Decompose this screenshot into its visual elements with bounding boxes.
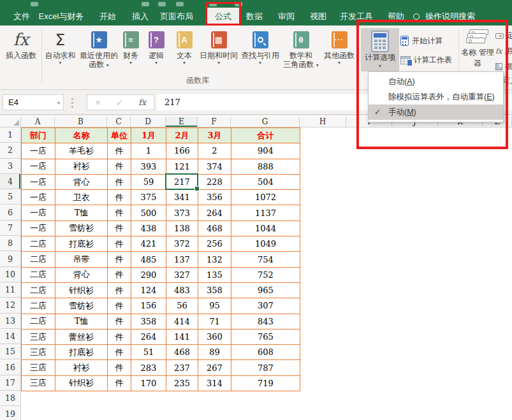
cell[interactable]: 一店 (22, 143, 55, 159)
header-cell[interactable]: 部门 (22, 128, 55, 143)
column-header-E[interactable]: E (166, 117, 198, 127)
cell[interactable]: 件 (108, 267, 131, 282)
tab-页面布局[interactable]: 页面布局 (152, 8, 201, 25)
logical-button[interactable]: ? 逻辑 ▾ (143, 28, 170, 73)
row-header-3[interactable]: 3 (0, 159, 21, 174)
cell[interactable]: 2 (198, 143, 231, 159)
cell[interactable]: 754 (231, 252, 300, 267)
column-header-G[interactable]: G (231, 117, 300, 127)
insert-function-fx-icon[interactable]: fx (138, 98, 146, 107)
cell[interactable]: 307 (231, 298, 300, 314)
header-cell[interactable]: 3月 (198, 128, 231, 143)
tab-视图[interactable]: 视图 (302, 8, 334, 25)
cell[interactable]: 打底衫 (55, 345, 108, 360)
cell[interactable]: 件 (108, 282, 131, 298)
cell[interactable]: 雪纺衫 (55, 221, 108, 236)
quick-access-icon[interactable] (142, 2, 149, 6)
cell[interactable]: 雪纺衫 (55, 298, 108, 314)
quick-access-icon[interactable] (176, 2, 184, 6)
cell[interactable]: 三店 (22, 345, 55, 360)
name-box[interactable]: E4 ▾ (3, 94, 64, 110)
cell[interactable]: 89 (198, 345, 231, 360)
tab-审阅[interactable]: 审阅 (270, 8, 302, 25)
cell[interactable]: 237 (166, 360, 198, 375)
financial-button[interactable]: ≡ 财务 ▾ (117, 28, 144, 73)
cell[interactable]: 件 (108, 345, 131, 360)
row-header-4[interactable]: 4 (0, 174, 21, 189)
cell[interactable]: 件 (108, 159, 131, 174)
cell[interactable]: 件 (108, 236, 131, 252)
name-box-arrow-icon[interactable]: ▾ (57, 100, 60, 106)
row-header-2[interactable]: 2 (0, 143, 21, 158)
row-header-6[interactable]: 6 (0, 205, 21, 221)
cell[interactable]: 264 (131, 329, 166, 344)
header-cell[interactable]: 单位 (108, 128, 131, 143)
cell[interactable]: 件 (108, 375, 131, 391)
column-header-C[interactable]: C (107, 117, 131, 127)
cancel-icon[interactable]: × (95, 98, 101, 107)
cell[interactable]: 290 (131, 267, 166, 282)
cell[interactable]: 59 (131, 174, 166, 189)
cell[interactable]: 468 (198, 221, 231, 236)
row-header-13[interactable]: 13 (0, 314, 21, 329)
datetime-button[interactable]: ▦ 日期和时间 ▾ (195, 28, 242, 73)
cell[interactable]: 一店 (22, 174, 55, 189)
tab-数据[interactable]: 数据 (238, 8, 270, 25)
cell[interactable]: 719 (231, 375, 300, 391)
cell[interactable]: 156 (131, 298, 166, 314)
cell[interactable]: 374 (198, 159, 231, 174)
cell[interactable]: 羊毛衫 (55, 143, 108, 159)
cell[interactable]: 一店 (22, 221, 55, 236)
cell[interactable]: 71 (198, 314, 231, 329)
cell[interactable]: 95 (198, 298, 231, 314)
cell[interactable]: 373 (166, 205, 198, 221)
row-header-9[interactable]: 9 (0, 251, 21, 266)
formula-bar-drag-handle[interactable] (71, 98, 73, 100)
recent-functions-button[interactable]: ★ 最近使用的 函数 ▾ (79, 28, 119, 73)
cell[interactable]: 56 (166, 298, 198, 314)
cell[interactable]: 二店 (22, 282, 55, 298)
cell[interactable]: 件 (108, 221, 131, 236)
cell[interactable]: T恤 (55, 314, 108, 329)
column-header-A[interactable]: A (21, 117, 55, 127)
cell[interactable]: 314 (198, 375, 231, 391)
cell[interactable]: 1072 (231, 190, 300, 205)
text-button[interactable]: A 文本 ▾ (171, 28, 198, 73)
math-trig-button[interactable]: θ 数学和 三角函数 ▾ (282, 28, 319, 73)
cell[interactable]: 360 (198, 329, 231, 344)
cell[interactable]: 138 (166, 221, 198, 236)
cell[interactable]: 608 (231, 345, 300, 360)
cell[interactable]: 一店 (22, 190, 55, 205)
cell[interactable]: 500 (131, 205, 166, 221)
cell[interactable]: 三店 (22, 375, 55, 391)
cell[interactable]: 51 (131, 345, 166, 360)
tab-开始[interactable]: 开始 (92, 8, 124, 25)
cell[interactable]: 一店 (22, 205, 55, 221)
cell[interactable]: 358 (131, 314, 166, 329)
cell[interactable]: 787 (231, 360, 300, 375)
row-header-18[interactable]: 18 (0, 391, 21, 406)
cell[interactable]: 吊带 (55, 252, 108, 267)
row-header-16[interactable]: 16 (0, 360, 21, 375)
cell[interactable]: 752 (231, 267, 300, 282)
cell[interactable]: 124 (131, 282, 166, 298)
cell[interactable]: 背心 (55, 174, 108, 189)
cell[interactable]: 衬衫 (55, 360, 108, 375)
autosum-button[interactable]: Σ 自动求和 ▾ (42, 28, 78, 73)
row-header-14[interactable]: 14 (0, 329, 21, 344)
cell[interactable]: 二店 (22, 267, 55, 282)
cell[interactable]: 135 (198, 267, 231, 282)
insert-function-button[interactable]: fx 插入函数 (1, 28, 41, 73)
cell[interactable]: 件 (108, 205, 131, 221)
cell[interactable]: 170 (131, 375, 166, 391)
cell[interactable]: 针织衫 (55, 375, 108, 391)
cell[interactable]: 166 (166, 143, 198, 159)
row-header-1[interactable]: 1 (0, 127, 21, 143)
cell[interactable]: 283 (131, 360, 166, 375)
cell[interactable]: 件 (108, 252, 131, 267)
cell[interactable]: 二店 (22, 252, 55, 267)
row-header-8[interactable]: 8 (0, 236, 21, 251)
tab-Excel与财务[interactable]: Excel与财务 (31, 8, 92, 25)
cell[interactable]: 327 (166, 267, 198, 282)
cell[interactable]: 背心 (55, 267, 108, 282)
